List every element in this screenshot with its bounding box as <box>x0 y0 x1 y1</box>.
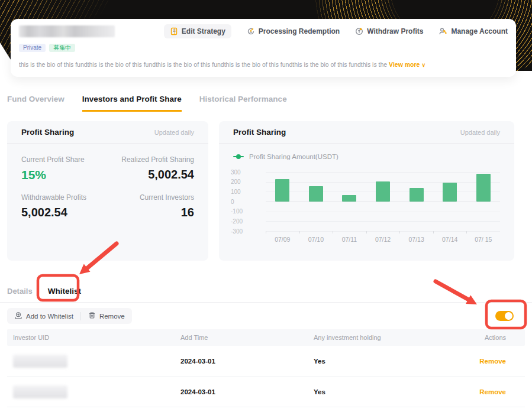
add-to-whitelist-label: Add to Whitelist <box>26 313 73 320</box>
annotation-arrowhead-whitelist <box>79 264 91 274</box>
row-remove-link[interactable]: Remove <box>479 358 506 365</box>
processing-redemption-button[interactable]: Processing Redemption <box>247 27 340 35</box>
add-time-cell: 2024-03-01 <box>180 388 314 395</box>
y-tick-label: 200 <box>231 179 241 185</box>
legend-label: Profit Sharing Amount(USDT) <box>249 153 338 160</box>
chevron-down-icon: ∨ <box>421 62 425 68</box>
chart-plot-area <box>266 172 500 231</box>
profit-sharing-bar-chart: 3002001000-100-200-300 07/0907/1007/1107… <box>233 172 500 246</box>
summary-card-title: Profit Sharing <box>21 128 74 137</box>
add-to-whitelist-icon <box>14 312 22 321</box>
chart-updated-label: Updated daily <box>460 129 500 136</box>
chart-x-axis: 07/0907/1007/1107/1207/1307/1407/ 15 <box>266 236 500 243</box>
remove-button[interactable]: Remove <box>88 312 125 320</box>
processing-redemption-label: Processing Redemption <box>259 27 340 35</box>
current-investors-value: 16 <box>108 206 194 219</box>
tab-fund-overview[interactable]: Fund Overview <box>7 95 65 112</box>
investor-uid-redacted <box>13 385 67 398</box>
y-tick-label: 300 <box>231 169 241 176</box>
bar-07-13 <box>410 188 424 202</box>
view-more-link[interactable]: View more ∨ <box>389 61 425 68</box>
bar-07-14 <box>443 183 457 202</box>
table-row: 2024-03-01 Yes Remove <box>7 346 525 377</box>
tab-investors-and-profit-share[interactable]: Investors and Profit Share <box>82 95 182 112</box>
stat-current-investors: Current Investors 16 <box>108 193 194 219</box>
fund-bio: this is the bio of this fundthis is the … <box>19 61 508 68</box>
y-tick-label: -300 <box>231 228 243 235</box>
chart-y-axis: 3002001000-100-200-300 <box>231 172 254 231</box>
whitelist-visibility-toggle[interactable] <box>495 311 514 321</box>
chart-card-title: Profit Sharing <box>233 128 286 137</box>
x-tick-label: 07/11 <box>333 236 366 243</box>
chart-legend: Profit Sharing Amount(USDT) <box>233 153 500 160</box>
whitelist-table: Investor UID Add Time Any investment hol… <box>7 329 525 407</box>
withdraw-profits-label: Withdraw Profits <box>367 27 423 35</box>
fund-actions: Edit Strategy Processing Redemption With… <box>164 24 508 38</box>
bar-07--15 <box>476 174 491 202</box>
whitelist-toolbar: Add to Whitelist Remove <box>7 308 132 324</box>
y-tick-label: 100 <box>231 189 241 195</box>
trash-icon <box>88 312 96 320</box>
x-tick-label: 07/10 <box>299 236 333 243</box>
x-tick-label: 07/12 <box>366 236 400 243</box>
edit-strategy-button[interactable]: Edit Strategy <box>164 24 231 38</box>
table-header: Investor UID Add Time Any investment hol… <box>7 329 525 346</box>
bar-07-09 <box>275 179 289 202</box>
x-tick-label: 07/14 <box>433 236 467 243</box>
col-any-investment-holding: Any investment holding <box>314 334 436 341</box>
y-tick-label: -100 <box>231 208 243 215</box>
legend-marker-icon <box>233 156 244 157</box>
toggle-knob <box>505 312 512 320</box>
row-remove-link[interactable]: Remove <box>479 388 506 395</box>
manage-account-button[interactable]: Manage Account <box>439 27 508 35</box>
holding-cell: Yes <box>314 388 436 395</box>
current-profit-share-value: 15% <box>21 168 108 182</box>
edit-strategy-label: Edit Strategy <box>182 27 225 35</box>
tab-details[interactable]: Details <box>7 287 33 296</box>
detail-tabs: Details Whitelist <box>0 280 532 303</box>
add-to-whitelist-button[interactable]: Add to Whitelist <box>14 312 73 321</box>
toolbar-divider <box>80 312 81 320</box>
fund-badges: Private 募集中 <box>19 44 508 52</box>
x-tick-label: 07/ 15 <box>466 236 500 243</box>
add-time-cell: 2024-03-01 <box>180 358 314 365</box>
fund-manager-page: Edit Strategy Processing Redemption With… <box>0 0 532 412</box>
manage-account-icon <box>439 27 447 35</box>
manage-account-label: Manage Account <box>451 27 508 35</box>
tab-historical-performance[interactable]: Historical Performance <box>199 95 287 112</box>
main-tabs: Fund Overview Investors and Profit Share… <box>7 95 287 112</box>
withdrawable-profits-value: 5,002.54 <box>21 206 108 219</box>
recruiting-badge: 募集中 <box>49 44 75 52</box>
holding-cell: Yes <box>314 358 436 365</box>
bar-07-11 <box>342 195 356 202</box>
realized-profit-sharing-value: 5,002.54 <box>108 168 194 181</box>
col-add-time: Add Time <box>180 334 314 341</box>
profit-sharing-summary-card: Profit Sharing Updated daily Current Pro… <box>7 121 208 261</box>
col-actions: Actions <box>436 334 525 341</box>
x-tick-label: 07/13 <box>399 236 433 243</box>
stat-current-profit-share: Current Profit Share 15% <box>21 155 108 182</box>
withdraw-profits-button[interactable]: Withdraw Profits <box>355 27 423 35</box>
edit-strategy-icon <box>170 27 178 35</box>
stat-realized-profit-sharing: Realized Profit Sharing 5,002.54 <box>108 155 194 182</box>
private-badge: Private <box>19 44 46 52</box>
investor-uid-redacted <box>13 355 67 368</box>
processing-redemption-icon <box>247 27 255 35</box>
table-row: 2024-03-01 Yes Remove <box>7 377 525 407</box>
whitelist-tab[interactable]: Whitelist <box>48 287 81 296</box>
fund-name-redacted <box>19 25 115 37</box>
col-investor-uid: Investor UID <box>7 334 180 341</box>
withdraw-profits-icon <box>355 27 363 35</box>
x-tick-label: 07/09 <box>266 236 299 243</box>
profit-sharing-chart-card: Profit Sharing Updated daily Profit Shar… <box>219 121 514 261</box>
bar-07-10 <box>309 186 323 202</box>
fund-bio-text: this is the bio of this fundthis is the … <box>19 61 389 68</box>
bar-07-12 <box>376 181 390 202</box>
y-tick-label: 0 <box>231 199 234 205</box>
stat-withdrawable-profits: Withdrawable Profits 5,002.54 <box>21 193 108 219</box>
summary-updated-label: Updated daily <box>154 129 194 136</box>
y-tick-label: -200 <box>231 218 243 225</box>
remove-toolbar-label: Remove <box>99 313 125 320</box>
fund-header-card: Edit Strategy Processing Redemption With… <box>11 19 516 77</box>
